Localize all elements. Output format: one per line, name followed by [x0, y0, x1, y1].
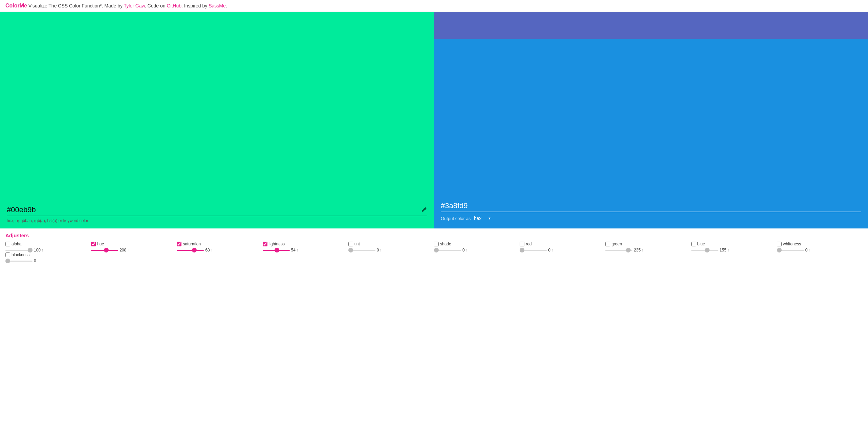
logo: ColorMe: [5, 3, 27, 8]
slider-value-row-shade: 0 ⁝: [434, 248, 517, 252]
slider-stepper-tint[interactable]: ⁝: [380, 248, 381, 252]
slider-checkbox-blackness[interactable]: [5, 252, 10, 257]
slider-col-shade: shade 0 ⁝: [434, 242, 520, 252]
slider-stepper-whiteness[interactable]: ⁝: [809, 248, 810, 252]
slider-range-shade[interactable]: [434, 250, 461, 251]
slider-checkbox-lightness[interactable]: [263, 242, 267, 246]
slider-range-lightness[interactable]: [263, 250, 290, 251]
slider-range-red[interactable]: [520, 250, 547, 251]
slider-col-red: red 0 ⁝: [520, 242, 605, 252]
left-color-input[interactable]: [7, 205, 418, 214]
left-hex-row: [7, 205, 427, 216]
slider-value-whiteness: 0: [805, 248, 808, 252]
slider-label-red: red: [526, 242, 531, 246]
app-header: ColorMe Visualize The CSS Color Function…: [0, 0, 868, 12]
slider-value-red: 0: [548, 248, 550, 252]
slider-value-lightness: 54: [291, 248, 296, 252]
slider-value-row-hue: 208 ⁝: [91, 248, 174, 252]
slider-label-row-shade: shade: [434, 242, 451, 246]
slider-col-whiteness: whiteness 0 ⁝: [777, 242, 863, 252]
slider-range-hue[interactable]: [91, 250, 118, 251]
slider-col-blue: blue 155 ⁝: [691, 242, 777, 252]
slider-checkbox-green[interactable]: [605, 242, 610, 246]
slider-checkbox-tint[interactable]: [348, 242, 353, 246]
slider-range-blue[interactable]: [691, 250, 718, 251]
slider-label-saturation: saturation: [183, 242, 201, 246]
slider-value-row-whiteness: 0 ⁝: [777, 248, 860, 252]
slider-value-row-red: 0 ⁝: [520, 248, 603, 252]
slider-label-lightness: lightness: [269, 242, 285, 246]
slider-value-blackness: 0: [34, 259, 36, 263]
slider-range-alpha[interactable]: [5, 250, 32, 251]
slider-value-row-green: 235 ⁝: [605, 248, 688, 252]
slider-checkbox-saturation[interactable]: [177, 242, 181, 246]
slider-value-row-blue: 155 ⁝: [691, 248, 774, 252]
slider-stepper-blackness[interactable]: ⁝: [38, 259, 39, 263]
slider-checkbox-blue[interactable]: [691, 242, 696, 246]
left-color-panel: hex, rrggbbaa, rgb(a), hsl(a) or keyword…: [0, 12, 434, 228]
slider-stepper-blue[interactable]: ⁝: [728, 248, 729, 252]
slider-col-tint: tint 0 ⁝: [348, 242, 434, 252]
adjusters-title: Adjusters: [5, 233, 863, 238]
slider-stepper-green[interactable]: ⁝: [642, 248, 643, 252]
slider-col-blackness: blackness 0 ⁝: [5, 252, 91, 263]
slider-value-saturation: 68: [205, 248, 210, 252]
slider-label-row-tint: tint: [348, 242, 360, 246]
slider-value-hue: 208: [120, 248, 126, 252]
slider-checkbox-hue[interactable]: [91, 242, 96, 246]
slider-col-hue: hue 208 ⁝: [91, 242, 177, 252]
slider-value-shade: 0: [462, 248, 465, 252]
slider-value-row-blackness: 0 ⁝: [5, 259, 88, 263]
left-color-input-group: hex, rrggbbaa, rgb(a), hsl(a) or keyword…: [7, 205, 427, 223]
slider-range-whiteness[interactable]: [777, 250, 804, 251]
github-link[interactable]: GitHub: [167, 3, 181, 8]
slider-col-alpha: alpha 100 ⁝: [5, 242, 91, 252]
slider-stepper-hue[interactable]: ⁝: [128, 248, 129, 252]
slider-label-blue: blue: [697, 242, 705, 246]
color-panels: hex, rrggbbaa, rgb(a), hsl(a) or keyword…: [0, 12, 868, 228]
slider-col-green: green 235 ⁝: [605, 242, 691, 252]
slider-label-row-blackness: blackness: [5, 252, 29, 257]
slider-label-row-hue: hue: [91, 242, 104, 246]
slider-stepper-saturation[interactable]: ⁝: [211, 248, 212, 252]
slider-checkbox-alpha[interactable]: [5, 242, 10, 246]
sliders-grid: alpha 100 ⁝ hue 208 ⁝ saturation 68 ⁝: [5, 242, 863, 263]
output-label: Output color as hexrgbrgbahslhsla: [441, 216, 861, 221]
slider-label-row-alpha: alpha: [5, 242, 21, 246]
slider-label-alpha: alpha: [12, 242, 21, 246]
slider-stepper-shade[interactable]: ⁝: [466, 248, 467, 252]
sassme-link[interactable]: SassMe: [209, 3, 226, 8]
output-format-select[interactable]: hexrgbrgbahslhsla: [474, 216, 491, 221]
slider-checkbox-red[interactable]: [520, 242, 524, 246]
slider-value-green: 235: [634, 248, 641, 252]
slider-value-alpha: 100: [34, 248, 41, 252]
output-format-wrapper[interactable]: hexrgbrgbahslhsla: [474, 216, 491, 221]
slider-value-row-alpha: 100 ⁝: [5, 248, 88, 252]
slider-value-row-saturation: 68 ⁝: [177, 248, 260, 252]
tagline: Visualize The CSS Color Function*. Made …: [27, 3, 124, 8]
inspired-text: . Inspired by: [181, 3, 209, 8]
slider-stepper-lightness[interactable]: ⁝: [297, 248, 298, 252]
code-text: . Code on: [145, 3, 167, 8]
right-hex-row: [441, 201, 861, 212]
slider-col-saturation: saturation 68 ⁝: [177, 242, 262, 252]
slider-stepper-alpha[interactable]: ⁝: [42, 248, 43, 252]
slider-label-whiteness: whiteness: [783, 242, 801, 246]
slider-label-row-whiteness: whiteness: [777, 242, 801, 246]
eyedropper-icon[interactable]: [420, 206, 427, 213]
slider-stepper-red[interactable]: ⁝: [552, 248, 553, 252]
slider-value-row-tint: 0 ⁝: [348, 248, 431, 252]
slider-range-green[interactable]: [605, 250, 632, 251]
slider-label-blackness: blackness: [12, 252, 29, 257]
slider-label-shade: shade: [440, 242, 451, 246]
slider-checkbox-whiteness[interactable]: [777, 242, 782, 246]
slider-label-row-red: red: [520, 242, 531, 246]
slider-label-row-green: green: [605, 242, 622, 246]
right-color-input[interactable]: [441, 201, 861, 210]
adjusters-section: Adjusters alpha 100 ⁝ hue 208 ⁝ saturati…: [0, 228, 868, 266]
author-link[interactable]: Tyler Gaw: [124, 3, 145, 8]
slider-range-tint[interactable]: [348, 250, 375, 251]
slider-range-saturation[interactable]: [177, 250, 204, 251]
slider-checkbox-shade[interactable]: [434, 242, 439, 246]
slider-range-blackness[interactable]: [5, 261, 32, 262]
